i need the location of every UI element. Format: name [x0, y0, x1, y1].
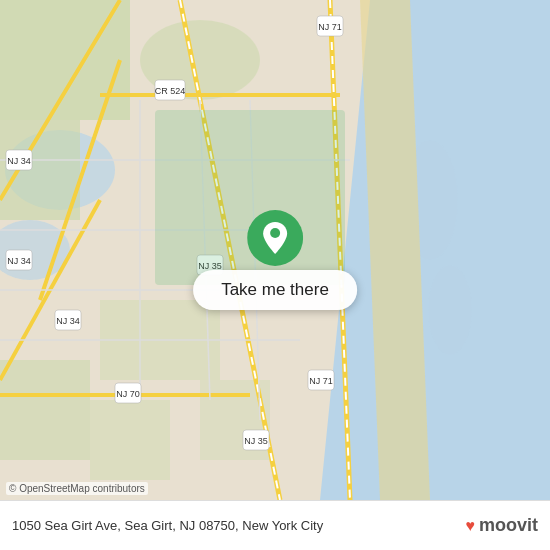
svg-text:NJ 34: NJ 34: [56, 316, 80, 326]
take-me-there-button[interactable]: Take me there: [193, 270, 357, 310]
map-copyright: © OpenStreetMap contributors: [6, 482, 148, 495]
svg-text:CR 524: CR 524: [155, 86, 186, 96]
moovit-heart-icon: ♥: [465, 517, 475, 535]
action-overlay: Take me there: [193, 210, 357, 310]
svg-text:NJ 71: NJ 71: [309, 376, 333, 386]
address-text: 1050 Sea Girt Ave, Sea Girt, NJ 08750, N…: [12, 518, 465, 533]
svg-text:NJ 35: NJ 35: [244, 436, 268, 446]
map-container: NJ 71 NJ 71 NJ 35 NJ 35 NJ 34 NJ 34 NJ 3…: [0, 0, 550, 550]
svg-text:NJ 71: NJ 71: [318, 22, 342, 32]
svg-text:NJ 34: NJ 34: [7, 156, 31, 166]
bottom-bar: 1050 Sea Girt Ave, Sea Girt, NJ 08750, N…: [0, 500, 550, 550]
location-pin-icon: [247, 210, 303, 266]
svg-rect-11: [90, 400, 170, 480]
svg-rect-10: [0, 360, 90, 460]
svg-text:NJ 70: NJ 70: [116, 389, 140, 399]
svg-point-50: [270, 228, 280, 238]
svg-point-5: [428, 265, 472, 355]
moovit-brand-text: moovit: [479, 515, 538, 536]
svg-text:NJ 34: NJ 34: [7, 256, 31, 266]
moovit-logo: ♥ moovit: [465, 515, 538, 536]
